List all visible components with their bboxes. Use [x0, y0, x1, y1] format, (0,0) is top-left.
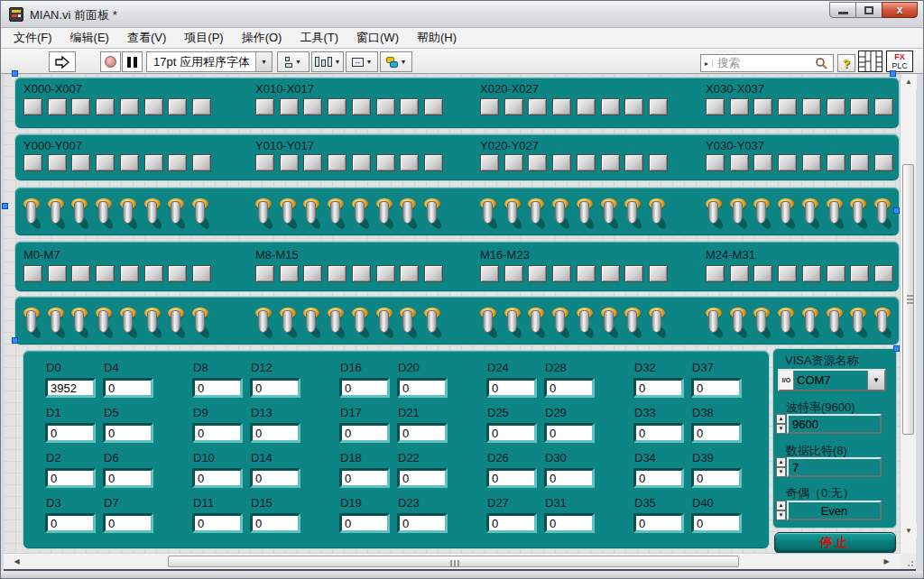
- toggle-switch[interactable]: [143, 198, 165, 233]
- selection-handle[interactable]: [893, 345, 900, 352]
- visa-resource-combo[interactable]: I/O COM7 ▼: [778, 369, 886, 391]
- switch-lever[interactable]: [123, 201, 133, 224]
- switch-lever[interactable]: [651, 201, 661, 224]
- d-register-field[interactable]: 0: [192, 423, 243, 443]
- toggle-switch[interactable]: [119, 198, 141, 233]
- d-register-field[interactable]: 0: [397, 513, 448, 533]
- switch-lever[interactable]: [74, 201, 84, 224]
- minimize-button[interactable]: [829, 2, 856, 18]
- horizontal-scrollbar[interactable]: ◀ ▶: [4, 553, 900, 569]
- switch-lever[interactable]: [627, 310, 637, 333]
- switch-lever[interactable]: [427, 310, 437, 333]
- menu-item-5[interactable]: 工具(T): [291, 27, 347, 49]
- switch-lever[interactable]: [355, 310, 365, 333]
- toggle-switch[interactable]: [826, 308, 847, 342]
- d-register-field[interactable]: 0: [486, 513, 537, 533]
- resize-grip[interactable]: [900, 553, 916, 569]
- switch-lever[interactable]: [74, 310, 84, 333]
- d-register-field[interactable]: 0: [486, 468, 537, 488]
- switch-lever[interactable]: [627, 201, 637, 224]
- toggle-switch[interactable]: [849, 198, 871, 233]
- scroll-down-icon[interactable]: ▼: [901, 523, 917, 538]
- switch-lever[interactable]: [355, 201, 365, 224]
- abort-button[interactable]: [100, 51, 121, 72]
- switch-lever[interactable]: [651, 310, 661, 333]
- toggle-switch[interactable]: [624, 308, 645, 342]
- align-objects-button[interactable]: ▼: [277, 51, 310, 72]
- toggle-switch[interactable]: [399, 308, 420, 342]
- switch-lever[interactable]: [507, 201, 517, 224]
- data-bits-value[interactable]: 7: [787, 457, 882, 477]
- toggle-switch[interactable]: [705, 198, 726, 233]
- toggle-switch[interactable]: [504, 308, 525, 342]
- toggle-switch[interactable]: [167, 198, 189, 233]
- d-register-field[interactable]: 0: [397, 423, 448, 443]
- switch-lever[interactable]: [171, 310, 180, 333]
- toggle-switch[interactable]: [705, 308, 726, 342]
- switch-lever[interactable]: [733, 201, 743, 224]
- switch-lever[interactable]: [98, 201, 108, 224]
- toggle-switch[interactable]: [729, 308, 751, 342]
- combo-dropdown-icon[interactable]: ▼: [867, 371, 884, 390]
- switch-lever[interactable]: [195, 201, 205, 224]
- menu-item-1[interactable]: 编辑(E): [61, 27, 118, 49]
- selection-handle[interactable]: [12, 70, 18, 77]
- switch-lever[interactable]: [708, 310, 718, 333]
- vertical-scrollbar[interactable]: ▲ ▼: [900, 74, 916, 555]
- d-register-field[interactable]: 0: [486, 378, 537, 398]
- toggle-switch[interactable]: [119, 308, 141, 342]
- d-register-field[interactable]: 0: [192, 513, 243, 533]
- toggle-switch[interactable]: [23, 308, 44, 342]
- toggle-switch[interactable]: [399, 198, 420, 233]
- toggle-switch[interactable]: [351, 198, 373, 233]
- d-register-field[interactable]: 0: [544, 513, 595, 533]
- toggle-switch[interactable]: [551, 308, 573, 342]
- switch-lever[interactable]: [51, 201, 60, 224]
- d-register-field[interactable]: 0: [103, 378, 153, 398]
- d-register-field[interactable]: 0: [45, 513, 96, 533]
- horizontal-scroll-thumb[interactable]: [168, 556, 739, 567]
- baud-rate-value[interactable]: 9600: [787, 414, 882, 434]
- switch-lever[interactable]: [805, 310, 815, 333]
- parity-control[interactable]: ▲▼ Even: [776, 501, 882, 520]
- toggle-switch[interactable]: [327, 198, 348, 233]
- toggle-switch[interactable]: [479, 198, 501, 233]
- selection-handle[interactable]: [12, 337, 18, 344]
- switch-lever[interactable]: [555, 310, 565, 333]
- toggle-switch[interactable]: [504, 198, 525, 233]
- switch-lever[interactable]: [427, 201, 437, 224]
- toggle-switch[interactable]: [801, 198, 823, 233]
- toggle-switch[interactable]: [753, 308, 774, 342]
- font-selector[interactable]: 17pt 应用程序字体 ▼: [146, 51, 273, 72]
- toggle-switch[interactable]: [70, 308, 92, 342]
- d-register-field[interactable]: 3952: [45, 378, 96, 398]
- toggle-switch[interactable]: [351, 308, 373, 342]
- switch-lever[interactable]: [531, 310, 541, 333]
- d-register-field[interactable]: 0: [103, 513, 153, 533]
- toggle-switch[interactable]: [254, 308, 276, 342]
- parity-value[interactable]: Even: [787, 501, 882, 520]
- toggle-switch[interactable]: [95, 308, 116, 342]
- switch-lever[interactable]: [402, 201, 412, 224]
- switch-lever[interactable]: [282, 201, 292, 224]
- d-register-field[interactable]: 0: [544, 378, 595, 398]
- switch-lever[interactable]: [579, 201, 589, 224]
- d-register-field[interactable]: 0: [250, 378, 300, 398]
- toggle-switch[interactable]: [95, 198, 116, 233]
- switch-lever[interactable]: [733, 310, 743, 333]
- toggle-switch[interactable]: [423, 198, 445, 233]
- connector-pane-icon[interactable]: [858, 51, 882, 72]
- data-bits-control[interactable]: ▲▼ 7: [776, 457, 882, 477]
- selection-handle[interactable]: [890, 70, 896, 77]
- baud-rate-control[interactable]: ▲▼ 9600: [776, 414, 882, 434]
- d-register-field[interactable]: 0: [192, 378, 243, 398]
- spinner-arrows-icon[interactable]: ▲▼: [776, 414, 786, 434]
- toggle-switch[interactable]: [191, 308, 213, 342]
- switch-lever[interactable]: [781, 201, 790, 224]
- d-register-field[interactable]: 0: [45, 423, 96, 443]
- switch-lever[interactable]: [258, 201, 268, 224]
- switch-lever[interactable]: [26, 201, 36, 224]
- spinner-arrows-icon[interactable]: ▲▼: [776, 457, 786, 477]
- help-button[interactable]: ?: [837, 54, 855, 72]
- resize-objects-button[interactable]: ↔▼: [346, 51, 378, 72]
